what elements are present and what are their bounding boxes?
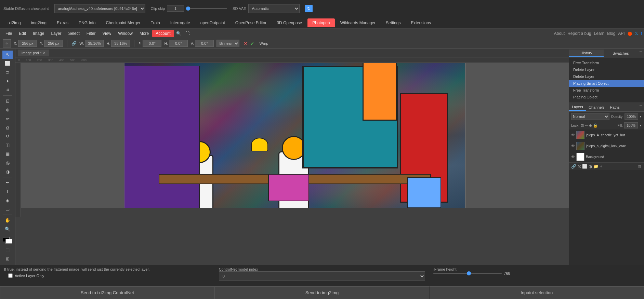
marquee-tool[interactable]: ⬜ <box>2 59 13 68</box>
confirm-transform-icon[interactable]: ✓ <box>250 41 254 46</box>
shape-tool[interactable]: ▭ <box>2 205 13 213</box>
tab-extras[interactable]: Extras <box>52 18 73 27</box>
lasso-tool[interactable]: ⊃ <box>2 68 13 77</box>
reddit-icon[interactable]: ⬤ <box>628 31 632 36</box>
history-item-2[interactable]: Delete Layer <box>569 73 644 80</box>
menu-image[interactable]: Image <box>29 30 48 37</box>
fill-input[interactable] <box>624 122 638 128</box>
canvas-tab-image[interactable]: image.psd * ✕ <box>18 50 49 56</box>
model-select[interactable]: analogMadness_v40.safetensors [0b914c246… <box>54 4 145 13</box>
history-item-5[interactable]: Placing Object <box>569 94 644 100</box>
history-item-1[interactable]: Delete Layer <box>569 66 644 73</box>
lock-all-icon[interactable]: 🔒 <box>593 123 598 128</box>
blend-mode-select[interactable]: Normal <box>571 113 609 120</box>
paths-tab[interactable]: Paths <box>607 104 622 110</box>
layer-item-2[interactable]: 👁 Background <box>569 151 644 162</box>
layers-panel-menu[interactable]: ☰ <box>638 105 644 109</box>
fx-icon[interactable]: fx <box>578 164 581 169</box>
history-item-4[interactable]: Free Transform <box>569 87 644 94</box>
h-input[interactable] <box>111 40 130 47</box>
blog-link[interactable]: Blog <box>607 31 615 36</box>
crop-tool[interactable]: ⌗ <box>2 86 13 94</box>
menu-account[interactable]: Account <box>152 30 174 37</box>
canvas-content[interactable] <box>21 63 569 208</box>
eyedropper-tool[interactable]: ⊡ <box>2 97 13 105</box>
gradient-tool[interactable]: ▦ <box>2 150 13 158</box>
lock-position-icon[interactable]: ✏ <box>585 123 588 128</box>
layer-1-visibility[interactable]: 👁 <box>571 144 575 148</box>
path-select-tool[interactable]: ◈ <box>2 196 13 204</box>
clone-tool[interactable]: ⎙ <box>2 123 13 132</box>
lock-artboard-icon[interactable]: ⊕ <box>589 123 592 128</box>
search-icon[interactable]: 🔍 <box>174 30 183 37</box>
history-item-0[interactable]: Free Transform <box>569 59 644 66</box>
cancel-transform-icon[interactable]: ✕ <box>244 41 248 46</box>
brush-tool[interactable]: ✏ <box>2 114 13 123</box>
fullscreen-icon[interactable]: ⛶ <box>183 30 192 37</box>
rotation-input[interactable] <box>143 40 161 47</box>
layer-2-visibility[interactable]: 👁 <box>571 155 575 159</box>
active-layer-checkbox[interactable] <box>8 273 13 278</box>
menu-window[interactable]: Window <box>115 30 136 37</box>
tab-checkpoint-merger[interactable]: Checkpoint Merger <box>101 18 145 27</box>
tab-settings[interactable]: Settings <box>381 18 405 27</box>
x-input[interactable] <box>18 40 37 47</box>
hand-tool[interactable]: ✋ <box>2 216 13 225</box>
blur-tool[interactable]: ◎ <box>2 159 13 167</box>
tab-txt2img[interactable]: txt2img <box>3 18 26 27</box>
warp-button[interactable]: Warp <box>259 41 268 45</box>
tab-extensions[interactable]: Extensions <box>406 18 436 27</box>
layers-tab[interactable]: Layers <box>569 104 586 111</box>
iframe-height-slider[interactable] <box>433 273 502 274</box>
tab-png-info[interactable]: PNG Info <box>74 18 100 27</box>
history-panel-menu[interactable]: ☰ <box>638 51 644 55</box>
delete-layer-icon[interactable]: 🗑 <box>638 164 642 169</box>
eraser-tool[interactable]: ◫ <box>2 141 13 149</box>
menu-filter[interactable]: Filter <box>83 30 99 37</box>
main-canvas[interactable] <box>124 63 466 208</box>
extra-tool-2[interactable]: ⊞ <box>2 255 13 263</box>
about-link[interactable]: About <box>554 31 565 36</box>
send-to-txt2img-controlnet-button[interactable]: Send to txt2img ControlNet <box>0 286 215 299</box>
opacity-input[interactable] <box>625 113 638 120</box>
interpolation-select[interactable]: Bilinear Bicubic Nearest <box>216 40 239 47</box>
history-brush-tool[interactable]: ↺ <box>2 132 13 140</box>
new-layer-icon[interactable]: + <box>600 164 602 169</box>
move-tool[interactable]: ↖ <box>2 51 13 59</box>
menu-edit[interactable]: Edit <box>15 30 29 37</box>
history-item-3[interactable]: Placing Smart Object <box>569 80 644 87</box>
send-to-img2img-button[interactable]: Send to img2img <box>215 286 430 299</box>
menu-file[interactable]: File <box>2 30 15 37</box>
link-layers-icon[interactable]: 🔗 <box>571 164 576 169</box>
clip-skip-slider[interactable] <box>186 8 227 9</box>
api-link[interactable]: API <box>618 31 625 36</box>
menu-layer[interactable]: Layer <box>48 30 65 37</box>
lock-pixels-icon[interactable]: ⊡ <box>581 123 584 128</box>
report-bug-link[interactable]: Report a bug <box>567 31 591 36</box>
h-skew-input[interactable] <box>169 40 188 47</box>
tab-train[interactable]: Train <box>146 18 165 27</box>
adjustment-layer-icon[interactable]: ◑ <box>589 164 592 169</box>
close-canvas-tab[interactable]: ✕ <box>43 51 45 55</box>
swatches-tab[interactable]: Swatches <box>604 50 638 57</box>
menu-view[interactable]: View <box>99 30 115 37</box>
background-color[interactable] <box>5 239 12 244</box>
tab-wildcards-manager[interactable]: Wildcards Manager <box>336 18 380 27</box>
dodge-tool[interactable]: ◑ <box>2 167 13 176</box>
w-input[interactable] <box>85 40 104 47</box>
type-tool[interactable]: T <box>2 188 13 196</box>
history-tab[interactable]: History <box>569 50 604 57</box>
tab-img2img[interactable]: img2img <box>26 18 51 27</box>
channels-tab[interactable]: Channels <box>586 104 607 110</box>
tab-photopea[interactable]: Photopea <box>307 18 334 27</box>
wand-tool[interactable]: ✦ <box>2 77 13 85</box>
learn-link[interactable]: Learn <box>594 31 605 36</box>
menu-more[interactable]: More <box>136 30 152 37</box>
inpaint-selection-button[interactable]: Inpaint selection <box>429 286 644 299</box>
sd-vae-select[interactable]: Automatic <box>248 4 300 13</box>
y-input[interactable] <box>44 40 63 47</box>
zoom-tool[interactable]: 🔍 <box>2 225 13 233</box>
controlnet-select[interactable]: 0 <box>219 271 425 281</box>
refresh-vae-btn[interactable]: ↻ <box>305 5 313 12</box>
facebook-icon[interactable]: f <box>641 31 642 36</box>
